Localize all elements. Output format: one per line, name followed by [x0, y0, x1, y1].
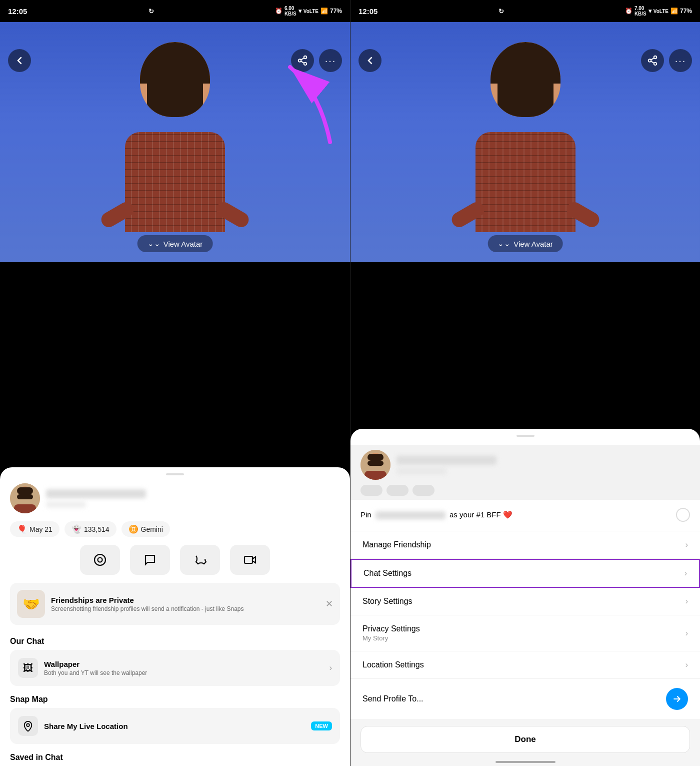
right-nav-right-group: ···	[641, 49, 692, 72]
ghost-icon: 👻	[72, 524, 82, 534]
svg-rect-25	[368, 461, 384, 466]
right-volte-icon: VoLTE	[654, 9, 668, 14]
alarm-icon: ⏰	[275, 8, 282, 15]
story-settings-item[interactable]: Story Settings ›	[350, 588, 700, 615]
share-location-text: Share My Live Location	[44, 722, 305, 730]
left-share-button[interactable]	[291, 49, 314, 72]
friendship-text: Friendships are Private Screenshotting f…	[51, 596, 244, 612]
partial-badge-1	[360, 485, 382, 496]
pin-row: Pin as your #1 BFF ❤️	[350, 500, 700, 530]
dismiss-card-button[interactable]: ✕	[326, 598, 333, 609]
badge-score: 👻 133,514	[64, 521, 116, 537]
our-chat-header: Our Chat	[0, 633, 350, 650]
send-profile-button[interactable]	[666, 688, 688, 710]
right-view-avatar-button[interactable]: ⌄⌄ View Avatar	[488, 235, 563, 252]
badge-zodiac: ♊ Gemini	[122, 521, 170, 537]
left-sync-icon: ↻	[148, 8, 154, 15]
right-wifi-icon: ▾	[648, 8, 652, 15]
video-button[interactable]	[230, 545, 270, 575]
right-name-blur	[396, 456, 496, 465]
pin-text: Pin as your #1 BFF ❤️	[360, 510, 676, 519]
left-profile-avatar	[10, 483, 40, 513]
pin-name-blur	[376, 511, 446, 519]
right-partial-profile	[350, 445, 700, 485]
gemini-icon: ♊	[128, 524, 138, 534]
profile-badges: 🎈 May 21 👻 133,514 ♊ Gemini	[0, 521, 350, 545]
manage-friendship-item[interactable]: Manage Friendship ›	[350, 531, 700, 559]
pin-toggle[interactable]	[676, 508, 690, 522]
location-settings-item[interactable]: Location Settings ›	[350, 651, 700, 679]
right-user-blur	[396, 468, 446, 474]
svg-rect-10	[17, 487, 33, 494]
left-home-bar	[145, 761, 205, 763]
right-sheet-handle	[516, 435, 534, 437]
privacy-settings-item[interactable]: Privacy Settings My Story ›	[350, 615, 700, 651]
svg-point-15	[26, 723, 30, 726]
partial-badge-2	[386, 485, 408, 496]
left-time: 12:05	[8, 7, 27, 16]
left-profile-row	[0, 483, 350, 521]
svg-point-13	[98, 558, 102, 562]
profile-username-blurred	[46, 501, 86, 508]
svg-point-17	[648, 59, 652, 62]
wallpaper-item[interactable]: 🖼 Wallpaper Both you and YT will see the…	[10, 650, 340, 686]
svg-point-12	[94, 554, 106, 565]
done-area: Done	[350, 719, 700, 766]
right-signal-icon: 📶	[670, 8, 678, 15]
svg-point-16	[654, 56, 657, 59]
left-phone-panel: 12:05 ↻ ⏰ 6.00KB/S ▾ VoLTE 📶 77%	[0, 0, 350, 766]
right-time: 12:05	[358, 7, 378, 16]
partial-badge-3	[412, 485, 434, 496]
left-status-bar: 12:05 ↻ ⏰ 6.00KB/S ▾ VoLTE 📶 77%	[0, 0, 350, 22]
sheet-handle	[166, 473, 184, 475]
right-battery-icon: 77%	[680, 8, 692, 15]
right-profile-info	[396, 456, 690, 474]
svg-rect-23	[364, 471, 386, 480]
right-avatar-body	[476, 132, 576, 232]
right-nav-buttons: ···	[350, 44, 700, 77]
action-buttons-row	[0, 545, 350, 583]
svg-point-2	[304, 63, 307, 66]
left-avatar-area: ···	[0, 22, 350, 262]
chat-button[interactable]	[130, 545, 170, 575]
left-nav-buttons: ···	[0, 44, 350, 77]
svg-line-20	[651, 58, 654, 60]
camera-button[interactable]	[80, 545, 120, 575]
left-bottom-sheet: 🎈 May 21 👻 133,514 ♊ Gemini	[0, 467, 350, 766]
snap-map-header: Snap Map	[0, 691, 350, 708]
privacy-settings-text: Privacy Settings My Story	[362, 624, 420, 642]
wallpaper-text: Wallpaper Both you and YT will see the w…	[44, 660, 324, 676]
right-status-icons: ⏰ 7.00KB/S ▾ VoLTE 📶 77%	[625, 6, 692, 17]
wifi-icon: ▾	[298, 8, 302, 15]
right-bottom-sheet: Pin as your #1 BFF ❤️ Manage Friendship …	[350, 429, 700, 766]
right-status-bar: 12:05 ↻ ⏰ 7.00KB/S ▾ VoLTE 📶 77%	[350, 0, 700, 22]
call-button[interactable]	[180, 545, 220, 575]
badge-date: 🎈 May 21	[10, 521, 60, 537]
svg-point-1	[298, 59, 302, 62]
view-avatar-button[interactable]: ⌄⌄ View Avatar	[138, 235, 213, 252]
right-avatar-area: ··· ⌄⌄ View Avatar	[350, 22, 700, 262]
right-alarm-icon: ⏰	[625, 8, 632, 15]
right-menu-area: Pin as your #1 BFF ❤️ Manage Friendship …	[350, 500, 700, 719]
new-badge: NEW	[311, 721, 332, 730]
right-more-button[interactable]: ···	[669, 49, 692, 72]
done-button[interactable]: Done	[360, 726, 690, 753]
left-back-button[interactable]	[8, 49, 31, 72]
share-location-item[interactable]: Share My Live Location NEW	[10, 708, 340, 744]
right-share-button[interactable]	[641, 49, 664, 72]
chat-settings-item[interactable]: Chat Settings ›	[350, 559, 700, 588]
left-status-icons: ⏰ 6.00KB/S ▾ VoLTE 📶 77%	[275, 6, 342, 17]
svg-rect-24	[368, 454, 384, 461]
story-settings-chevron: ›	[686, 597, 688, 606]
right-back-button[interactable]	[358, 49, 382, 72]
profile-info	[46, 489, 340, 508]
svg-rect-8	[14, 504, 36, 513]
send-profile-item[interactable]: Send Profile To...	[350, 679, 700, 719]
location-icon	[18, 716, 38, 736]
friendship-card: 🤝 Friendships are Private Screenshotting…	[10, 583, 340, 625]
signal-icon: 📶	[320, 8, 328, 15]
right-phone-panel: 12:05 ↻ ⏰ 7.00KB/S ▾ VoLTE 📶 77%	[350, 0, 700, 766]
volte-icon: VoLTE	[304, 9, 318, 14]
left-more-button[interactable]: ···	[319, 49, 342, 72]
svg-line-19	[651, 61, 654, 63]
